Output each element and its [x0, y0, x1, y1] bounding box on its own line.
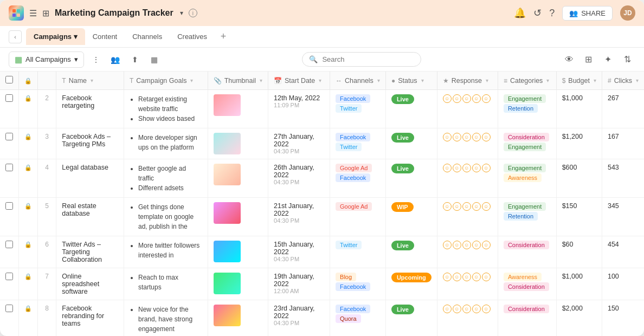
time-value: 12:00 AM — [274, 288, 324, 294]
cell-thumbnail — [208, 90, 268, 128]
smiley-icon: ☺ — [453, 164, 461, 172]
cell-budget: $150 — [556, 198, 602, 236]
thumb-sort-icon[interactable]: ▾ — [260, 77, 262, 83]
magic-icon-button[interactable]: ✦ — [601, 52, 616, 67]
col-checkbox — [0, 72, 19, 90]
row-checkbox-0[interactable] — [5, 94, 13, 102]
search-box[interactable]: 🔍 — [302, 52, 421, 67]
title-chevron-icon[interactable]: ▾ — [180, 9, 183, 17]
cell-categories: EngagementRetention — [498, 198, 556, 236]
date-sort-icon[interactable]: ▾ — [319, 77, 321, 83]
options-icon-button[interactable]: ⋮ — [88, 52, 104, 67]
smiley-icon: ☺ — [472, 241, 481, 249]
row-checkbox-6[interactable] — [5, 305, 13, 312]
category-badge: Retention — [504, 104, 538, 113]
sort-icon-button[interactable]: ⇅ — [620, 52, 635, 67]
smiley-icon: ☺ — [453, 133, 461, 141]
cell-response: ☺☺☺☺☺ — [437, 198, 498, 236]
cell-categories: AwarenessConsideration — [498, 268, 556, 300]
row-number: 4 — [38, 159, 56, 198]
row-checkbox-3[interactable] — [5, 202, 13, 210]
row-checkbox-5[interactable] — [5, 273, 13, 280]
help-icon[interactable]: ? — [549, 8, 555, 19]
smiley-icon: ☺ — [472, 305, 481, 313]
smiley-icon: ☺ — [453, 94, 461, 103]
export-icon-button[interactable]: ⬆ — [127, 52, 143, 67]
channel-sort-icon[interactable]: ▾ — [377, 77, 380, 83]
channel-badge: Twitter — [336, 241, 362, 249]
row-checkbox-4[interactable] — [5, 241, 13, 248]
time-value: 04:30 PM — [274, 256, 324, 262]
tab-creatives[interactable]: Creatives — [170, 28, 215, 45]
tab-campaigns[interactable]: Campaigns ▾ — [26, 28, 85, 45]
col-rownum — [38, 72, 56, 90]
tab-channels[interactable]: Channels — [125, 28, 170, 45]
all-campaigns-button[interactable]: ▦ All Campaigns ▾ — [9, 51, 84, 68]
header: ☰ ⊞ Marketing Campaign Tracker ▾ i 🔔 ↺ ?… — [0, 0, 644, 26]
smiley-icon: ☺ — [482, 241, 491, 249]
search-input[interactable] — [322, 55, 414, 63]
group-icon-button[interactable]: 👥 — [108, 52, 123, 67]
smiley-icon: ☺ — [462, 164, 471, 172]
thumbnail-image — [214, 164, 241, 185]
response-sort-icon[interactable]: ▾ — [486, 77, 488, 83]
cell-name: Facebook Ads – Targeting PMs — [56, 128, 124, 159]
budget-sort-icon[interactable]: ▾ — [594, 77, 596, 83]
info-icon[interactable]: i — [189, 9, 197, 17]
svg-rect-3 — [17, 14, 20, 17]
date-value: 15th January, 2022 — [274, 241, 324, 256]
smiley-icon: ☺ — [482, 133, 491, 141]
status-badge: Upcoming — [391, 273, 432, 282]
time-value: 04:30 PM — [274, 217, 324, 224]
tab-content[interactable]: Content — [85, 28, 125, 45]
smiley-icon: ☺ — [462, 133, 471, 141]
campaigns-table: 🔒 T Name ▾ T Campaign Goals ▾ 📎 Thumbnai… — [0, 72, 644, 336]
row-checkbox-2[interactable] — [5, 164, 13, 171]
status-badge: Live — [391, 164, 414, 173]
status-sort-icon[interactable]: ▾ — [421, 77, 424, 83]
smiley-icon: ☺ — [482, 305, 491, 313]
cell-budget: $60 — [556, 236, 602, 268]
response-smileys: ☺☺☺☺☺ — [443, 133, 492, 141]
channel-badge: Twitter — [336, 143, 362, 151]
cell-status: WIP — [385, 198, 437, 236]
lock-icon: 🔒 — [24, 273, 32, 280]
clicks-sort-icon[interactable]: ▾ — [636, 77, 639, 83]
share-button[interactable]: 👥 SHARE — [562, 6, 613, 21]
eye-icon-button[interactable]: 👁 — [562, 52, 577, 67]
history-icon[interactable]: ↺ — [533, 7, 542, 19]
date-value: 23rd January, 2022 — [274, 305, 324, 320]
row-checkbox-1[interactable] — [5, 133, 13, 140]
smiley-icon: ☺ — [482, 164, 491, 172]
name-col-icon: T — [62, 77, 66, 85]
category-badge: Consideration — [504, 305, 549, 313]
smiley-icon: ☺ — [443, 164, 452, 172]
cell-name: Real estate database — [56, 198, 124, 236]
filter-icon-button[interactable]: ⊞ — [581, 52, 596, 67]
cell-channels: FacebookTwitter — [330, 90, 386, 128]
goals-sort-icon[interactable]: ▾ — [190, 77, 193, 83]
view-icon-button[interactable]: ▦ — [147, 52, 162, 67]
smiley-icon: ☺ — [443, 305, 452, 313]
all-campaigns-label: All Campaigns — [25, 55, 71, 63]
cell-budget: $1,200 — [556, 128, 602, 159]
date-value: 21st January, 2022 — [274, 202, 324, 217]
name-sort-icon[interactable]: ▾ — [91, 77, 93, 83]
collapse-button[interactable]: ‹ — [9, 30, 22, 43]
category-sort-icon[interactable]: ▾ — [546, 77, 549, 83]
time-value: 04:30 PM — [274, 148, 324, 154]
search-icon: 🔍 — [309, 55, 318, 63]
response-smileys: ☺☺☺☺☺ — [443, 202, 492, 211]
category-badge: Engagement — [504, 94, 546, 103]
add-tab-button[interactable]: + — [217, 30, 230, 43]
smiley-icon: ☺ — [462, 241, 471, 249]
hamburger-icon[interactable]: ☰ — [29, 8, 37, 18]
cell-categories: ConsiderationEngagement — [498, 128, 556, 159]
notification-icon[interactable]: 🔔 — [514, 7, 526, 19]
table-row: 🔒8Facebook rebranding for teamsNew voice… — [0, 300, 644, 337]
channel-badge: Facebook — [336, 173, 370, 182]
select-all-checkbox[interactable] — [5, 76, 13, 83]
header-right: 🔔 ↺ ? 👥 SHARE JD — [514, 5, 635, 21]
cell-status: Upcoming — [385, 268, 437, 300]
cell-goals: Get things done template on google ad, p… — [124, 198, 208, 236]
